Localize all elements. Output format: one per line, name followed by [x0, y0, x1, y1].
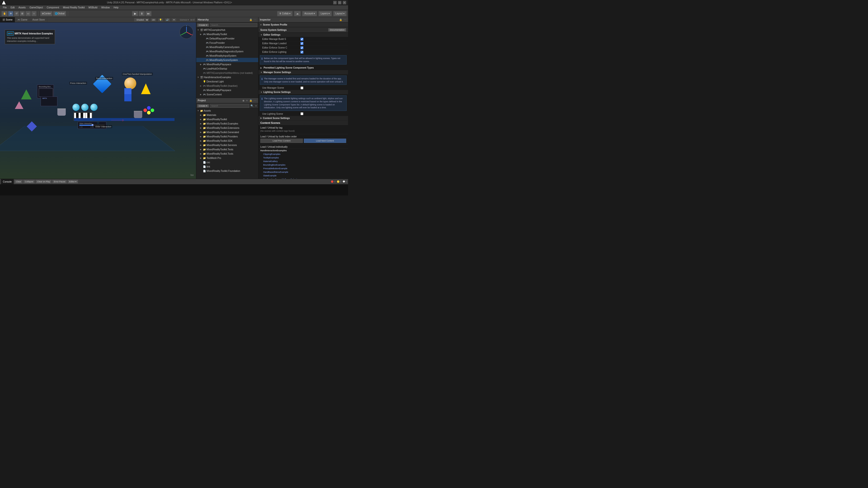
project-item-textmesh[interactable]: ▶ 📁 TextMesh Pro	[196, 156, 258, 160]
project-item-csc[interactable]: ▶ 📄 csc	[196, 160, 258, 164]
project-filter-btn[interactable]: ≡	[255, 104, 257, 107]
editor-settings-header[interactable]: ▼ Editor Settings	[258, 33, 348, 37]
console-tab[interactable]: Console	[1, 179, 14, 184]
hierarchy-item-playspace2[interactable]: ▶ 🎮 MixedRealityPlayspace	[196, 88, 258, 92]
console-editor-button[interactable]: Editor ▾	[67, 180, 78, 184]
rect-tool-button[interactable]: ▭	[25, 11, 31, 16]
enforce-lighting-checkbox[interactable]	[301, 51, 303, 54]
project-item-sdk[interactable]: ▶ 📁 MixedRealityToolkit.SDK	[196, 139, 258, 143]
menu-mrtk[interactable]: Mixed Reality Toolkit	[61, 6, 86, 9]
hierarchy-lock-button[interactable]: 🔒	[249, 19, 253, 21]
permitted-types-header[interactable]: ▶ Permitted Lighting Scene Component Typ…	[258, 65, 348, 70]
maximize-button[interactable]: □	[338, 1, 341, 4]
project-item-materials[interactable]: ▶ 📁 Materials	[196, 113, 258, 117]
transform-tool-button[interactable]: ⊹	[31, 11, 37, 16]
hierarchy-item-scene-content[interactable]: ▶ 🎮 SceneContent	[196, 92, 258, 97]
project-item-mrtk[interactable]: ▶ 📁 MixedRealityToolkit	[196, 117, 258, 121]
close-button[interactable]: ×	[343, 1, 346, 4]
audio-button[interactable]: 🔊	[165, 18, 170, 22]
cloud-button[interactable]: ☁	[294, 11, 301, 16]
hierarchy-item-mrtk-hub[interactable]: ▼ 🎬 MRTKExamplesHub	[196, 28, 258, 32]
layers-button[interactable]: Layers ▾	[318, 11, 332, 16]
menu-help[interactable]: Help	[112, 6, 120, 9]
project-item-generated[interactable]: ▶ 📁 MixedRealityToolkit.Generated	[196, 130, 258, 134]
hierarchy-item-toolkit-inactive[interactable]: ▶ 🎮 MixedRealityToolkit (Inactive)	[196, 84, 258, 88]
center-button[interactable]: ⊕ Center	[40, 11, 53, 16]
hierarchy-create-button[interactable]: Create ▾	[197, 24, 209, 27]
play-button[interactable]: ▶	[132, 11, 138, 16]
scene-list-item-eye-target[interactable]: EyeTrackingDemo-02-TargetSelection	[258, 177, 348, 179]
hierarchy-item-camera-system[interactable]: ▶ 🎮 MixedRealityCameraSystem	[196, 45, 258, 49]
lighting-settings-header[interactable]: ▼ Lighting Scene Settings	[258, 90, 348, 94]
hierarchy-item-main-menu[interactable]: ▶ 🎮 MRTKExamplesHubMainMenu (not loaded)	[196, 71, 258, 75]
move-tool-button[interactable]: ✥	[8, 11, 13, 16]
collab-button[interactable]: ⬆ Collab ▾	[277, 11, 292, 16]
2d-button[interactable]: 2D	[151, 18, 156, 22]
lighting-button[interactable]: 💡	[158, 18, 163, 22]
project-search-input[interactable]	[210, 104, 249, 108]
hierarchy-item-scene-system[interactable]: ▶ 🎮 MixedRealitySceneSystem	[196, 58, 258, 62]
tab-asset-store[interactable]: Asset Store	[30, 17, 48, 22]
project-lock-button[interactable]: 🔒	[249, 99, 253, 102]
tab-game[interactable]: 🎮 Game	[15, 17, 30, 22]
menu-msbuild[interactable]: MSBuild	[87, 6, 99, 9]
hierarchy-search-input[interactable]	[210, 23, 257, 27]
enforce-scene-checkbox[interactable]	[301, 46, 303, 49]
scene-list-item-clipping[interactable]: ClippingExamples	[258, 153, 348, 156]
layout-button[interactable]: Layout ▾	[333, 11, 347, 16]
inspector-menu-button[interactable]: ⋯	[343, 19, 347, 21]
project-icon-btn-2[interactable]: ≡	[246, 99, 248, 102]
console-collapse-button[interactable]: Collapse	[23, 180, 35, 184]
scale-tool-button[interactable]: ⊞	[20, 11, 25, 16]
hierarchy-item-load-hub[interactable]: ▶ 🎮 LoadHubOnStartup	[196, 66, 258, 71]
global-button[interactable]: 🌐 Global	[53, 11, 66, 16]
use-lighting-scene-checkbox[interactable]	[301, 112, 303, 115]
project-item-examples[interactable]: ▶ 📁 MixedRealityToolkit.Examples	[196, 121, 258, 126]
hierarchy-item-async-runner[interactable]: ▶ 🎮 AsyncCoroutineRunner	[196, 97, 258, 98]
hierarchy-item-hand-examples[interactable]: ▼ 🎬 HandInteractionExamples	[196, 75, 258, 79]
scene-system-profile-header[interactable]: ▼ Scene System Profile	[258, 23, 348, 27]
project-item-tests[interactable]: ▶ 📁 MixedRealityToolkit.Tests	[196, 147, 258, 152]
scene-list-item-hand-menu[interactable]: HandBasedMenuExample	[258, 170, 348, 174]
project-icon-btn-1[interactable]: ◉	[242, 99, 245, 102]
tab-scene[interactable]: 🎬 Scene	[0, 17, 15, 22]
load-next-button[interactable]: Load Next Content	[304, 139, 346, 143]
content-settings-header[interactable]: ▶ Content Scene Settings	[258, 116, 348, 121]
manage-build-checkbox[interactable]	[301, 38, 303, 41]
minimize-button[interactable]: −	[333, 1, 337, 4]
menu-edit[interactable]: Edit	[9, 6, 16, 9]
hierarchy-item-dir-light[interactable]: ▶ 💡 Directional Light	[196, 79, 258, 84]
manager-settings-header[interactable]: ▼ Manager Scene Settings	[258, 70, 348, 74]
scene-list-item-pressable-btn[interactable]: PressableButtonExample	[258, 167, 348, 170]
project-item-extensions[interactable]: ▶ 📁 MixedRealityToolkit.Extensions	[196, 126, 258, 130]
shading-dropdown[interactable]: Shaded	[134, 18, 149, 22]
menu-window[interactable]: Window	[100, 6, 111, 9]
project-create-button[interactable]: Create ▾	[197, 104, 209, 107]
hierarchy-item-diagnostics[interactable]: ▶ 🎮 MixedRealityDiagnosticsSystem	[196, 49, 258, 54]
console-clear-button[interactable]: Clear	[14, 180, 23, 184]
load-prev-button[interactable]: Load Prev Content	[260, 139, 303, 143]
menu-gameobject[interactable]: GameObject	[28, 6, 44, 9]
project-item-assets[interactable]: ▼ 📁 Assets	[196, 108, 258, 113]
scene-list-item-bounding-box[interactable]: BoundingBoxExamples	[258, 163, 348, 167]
account-button[interactable]: Account ▾	[302, 11, 317, 16]
hand-tool-button[interactable]: ✋	[1, 11, 8, 16]
menu-component[interactable]: Component	[45, 6, 61, 9]
project-item-tools[interactable]: ▶ 📁 MixedRealityToolkit.Tools	[196, 152, 258, 156]
axis-gizmo[interactable]: Y X Z	[179, 25, 194, 39]
rotate-tool-button[interactable]: ↺	[14, 11, 19, 16]
scene-list-item-hand-examples[interactable]: HandInteractionExamples	[258, 149, 348, 153]
hierarchy-item-input-system[interactable]: ▶ 🎮 MixedRealityInputSystem	[196, 54, 258, 58]
pause-button[interactable]: ⏸	[138, 11, 145, 16]
console-clear-on-play-button[interactable]: Clear on Play	[35, 180, 52, 184]
menu-assets[interactable]: Assets	[17, 6, 27, 9]
hierarchy-item-focus[interactable]: ▶ 🎮 FocusProvider	[196, 41, 258, 45]
project-menu-button[interactable]: ⋯	[253, 99, 257, 102]
documentation-button[interactable]: Documentation	[328, 28, 346, 32]
hierarchy-item-toolkit[interactable]: ▶ 🎮 MixedRealityToolkit	[196, 32, 258, 36]
use-manager-scene-checkbox[interactable]	[301, 87, 303, 89]
hierarchy-item-playspace[interactable]: ▶ 🎮 MixedRealityPlayspace	[196, 62, 258, 66]
scene-list-item-material-gallery[interactable]: MaterialGallery	[258, 160, 348, 163]
hierarchy-item-raycast[interactable]: ▶ 🎮 DefaultRaycastProvider	[196, 36, 258, 41]
scene-list-item-slate[interactable]: SlateExample	[258, 174, 348, 177]
